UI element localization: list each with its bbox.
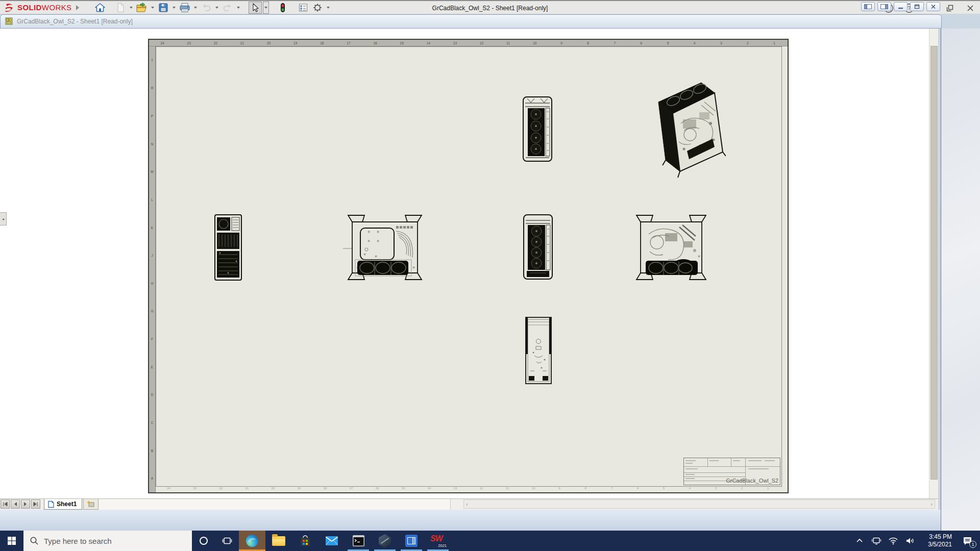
redo-dropdown[interactable] — [235, 2, 241, 14]
start-button[interactable] — [0, 531, 23, 551]
zone-number-label: 4 — [677, 487, 703, 492]
taskbar-app-command-prompt[interactable] — [345, 531, 372, 551]
home-button[interactable] — [93, 2, 107, 14]
drawing-viewport[interactable]: 242322212019181716151413121110987654321 … — [0, 29, 929, 498]
zone-number-label: 24 — [149, 40, 176, 46]
select-tool-dropdown[interactable] — [263, 2, 269, 14]
title-block: GrCadBlack_Owl_S2 — [683, 458, 780, 485]
zone-letter-label: G — [149, 297, 155, 325]
zone-number-label: 21 — [234, 487, 260, 492]
print-button[interactable] — [178, 2, 191, 14]
taskbar-app-solidworks[interactable]: SW 2021 — [425, 531, 451, 551]
zone-number-label: 13 — [442, 40, 468, 46]
save-dropdown[interactable] — [171, 2, 177, 14]
document-restore-button[interactable] — [910, 2, 924, 11]
cortana-button[interactable] — [192, 531, 215, 551]
print-dropdown[interactable] — [192, 2, 199, 14]
taskbar-app-file-explorer[interactable] — [265, 531, 292, 551]
hscroll-left-arrow-icon[interactable]: ‹ — [466, 501, 468, 507]
action-center-button[interactable]: 1 — [958, 531, 978, 551]
taskbar-app-edge[interactable] — [239, 531, 265, 551]
taskbar-app-window-tool[interactable] — [398, 531, 425, 551]
zone-number-label: 17 — [335, 40, 362, 46]
undo-button[interactable] — [200, 2, 213, 14]
zone-number-label: 11 — [495, 487, 521, 492]
zone-number-label: 3 — [708, 40, 734, 46]
close-icon — [965, 3, 975, 13]
vertical-scrollbar-thumb[interactable] — [930, 46, 938, 480]
svg-text:*: * — [377, 229, 379, 237]
add-sheet-button[interactable] — [83, 499, 99, 510]
zone-number-label: 21 — [229, 40, 255, 46]
new-document-button[interactable] — [114, 2, 127, 14]
previous-sheet-button[interactable] — [11, 499, 20, 509]
tray-volume-button[interactable] — [903, 531, 917, 551]
zone-number-label: 15 — [390, 487, 416, 492]
tab-sheet1[interactable]: Sheet1 — [44, 499, 82, 510]
pane-right-button[interactable] — [877, 2, 891, 11]
svg-text:*: * — [377, 238, 379, 246]
document-minimize-button[interactable] — [894, 2, 908, 11]
drawing-view-isometric[interactable] — [650, 74, 726, 181]
redo-icon — [222, 2, 233, 13]
restore-button[interactable] — [943, 2, 957, 14]
taskbar-search[interactable] — [23, 531, 192, 551]
pane-left-button[interactable] — [861, 2, 875, 11]
undo-dropdown[interactable] — [214, 2, 220, 14]
zone-number-label: 11 — [495, 40, 522, 46]
system-tray: 3:45 PM 3/5/2021 1 — [853, 531, 980, 551]
task-view-button[interactable] — [215, 531, 239, 551]
last-sheet-button[interactable] — [31, 499, 40, 509]
zone-number-label: 2 — [729, 487, 755, 492]
drawing-view-front[interactable] — [522, 213, 554, 281]
taskbar-clock[interactable]: 3:45 PM 3/5/2021 — [920, 533, 954, 548]
drawing-view-side-left[interactable]: **** **** — [343, 211, 423, 284]
redo-button[interactable] — [221, 2, 234, 14]
zone-number-label: 3 — [703, 487, 729, 492]
svg-text:*: * — [368, 229, 370, 237]
file-properties-button[interactable] — [297, 2, 310, 14]
search-input[interactable] — [44, 537, 177, 545]
zone-number-label: 2 — [734, 40, 761, 46]
options-button[interactable] — [311, 2, 324, 14]
drawing-view-side-right[interactable]: * — [634, 211, 708, 284]
zone-letter-label: K — [149, 214, 155, 242]
first-sheet-button[interactable] — [1, 499, 10, 509]
horizontal-scrollbar[interactable]: ‹ › — [463, 499, 935, 509]
previous-sheet-icon — [13, 502, 18, 507]
tray-display-icon-button[interactable] — [870, 531, 883, 551]
zone-number-label: 22 — [208, 487, 234, 492]
sheet-tab-label: Sheet1 — [57, 500, 77, 508]
drawing-view-front-top[interactable] — [522, 94, 553, 164]
select-tool-button[interactable] — [249, 2, 262, 14]
last-sheet-icon — [33, 502, 38, 507]
vertical-scrollbar[interactable] — [929, 29, 938, 498]
document-title: GrCadBlack_Owl_S2 - Sheet1 [Read-only] — [17, 18, 133, 25]
taskbar-app-hexagon-tool[interactable] — [372, 531, 398, 551]
drawing-view-rear[interactable] — [213, 213, 243, 282]
zone-number-label: 16 — [364, 487, 390, 492]
open-button[interactable] — [135, 2, 149, 14]
rebuild-button[interactable] — [276, 2, 289, 14]
taskbar-app-store[interactable] — [292, 531, 318, 551]
new-document-dropdown[interactable] — [128, 2, 134, 14]
hscroll-right-arrow-icon[interactable]: › — [930, 501, 933, 507]
next-sheet-button[interactable] — [21, 499, 30, 509]
drawing-view-bottom[interactable] — [523, 315, 554, 386]
brand-expand-arrow-icon[interactable] — [76, 5, 79, 10]
notification-badge: 1 — [969, 541, 976, 548]
taskbar-app-mail[interactable] — [318, 531, 345, 551]
save-button[interactable] — [157, 2, 170, 14]
tray-show-hidden-icons-button[interactable] — [853, 531, 866, 551]
clock-date: 3/5/2021 — [922, 541, 952, 548]
document-close-button[interactable] — [926, 2, 940, 11]
featuremanager-collapse-handle[interactable]: ◂ — [0, 212, 7, 226]
zone-number-label: 20 — [256, 40, 282, 46]
brand-text: SOLIDWORKS — [17, 3, 72, 12]
options-dropdown[interactable] — [325, 2, 331, 14]
close-button[interactable] — [964, 2, 977, 14]
open-dropdown[interactable] — [150, 2, 156, 14]
solidworks-brand[interactable]: SOLIDWORKS — [0, 3, 82, 12]
zone-letter-label: M — [149, 158, 155, 186]
tray-wifi-button[interactable] — [887, 531, 900, 551]
